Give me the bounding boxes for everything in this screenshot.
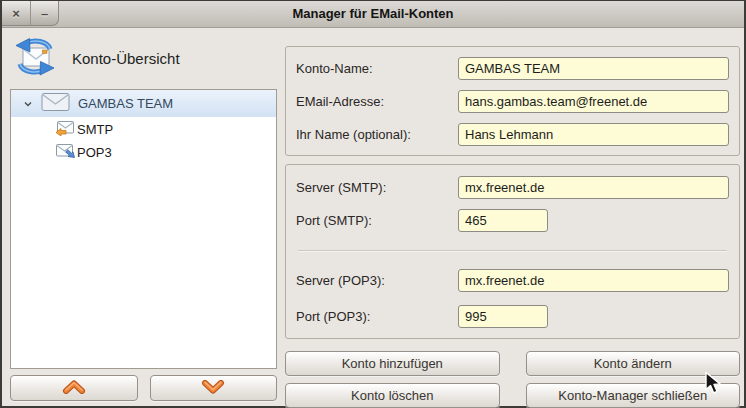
tree-item-account-root[interactable]: GAMBAS TEAM (11, 90, 276, 117)
move-up-button[interactable] (10, 375, 138, 401)
smtp-port-input[interactable] (458, 209, 548, 232)
window-title: Manager für EMail-Konten (2, 1, 744, 26)
smtp-server-label: Server (SMTP): (296, 180, 458, 195)
form-row: Server (POP3): (296, 268, 729, 292)
account-overview-heading: Konto-Übersicht (12, 37, 180, 80)
envelope-send-icon (55, 120, 75, 139)
down-chevron-icon (200, 380, 226, 397)
email-address-label: EMail-Adresse: (296, 94, 458, 109)
account-manager-window: × – Manager für EMail-Konten Konto-Übers… (0, 0, 746, 408)
envelope-icon (41, 92, 70, 115)
action-buttons: Konto hinzufügen Konto ändern Konto lösc… (285, 351, 740, 408)
form-row: Port (POP3): (296, 304, 729, 328)
tree-item-label: SMTP (77, 122, 113, 137)
tree-item-pop3[interactable]: POP3 (11, 142, 276, 163)
form-row: Ihr Name (optional): (296, 122, 729, 146)
up-chevron-icon (61, 380, 87, 397)
tree-item-label: GAMBAS TEAM (78, 96, 173, 111)
form-row: EMail-Adresse: (296, 89, 729, 113)
pop3-port-input[interactable] (458, 305, 548, 328)
delete-account-button[interactable]: Konto löschen (285, 383, 500, 408)
smtp-port-label: Port (SMTP): (296, 213, 458, 228)
form-row: Server (SMTP): (296, 175, 729, 199)
account-detail-panel: Konto-Name: EMail-Adresse: Ihr Name (opt… (285, 46, 740, 408)
tree-move-controls (10, 375, 277, 401)
pop3-server-label: Server (POP3): (296, 273, 458, 288)
server-settings-group: Server (SMTP): Port (SMTP): Server (POP3… (285, 164, 740, 339)
window-controls: × – (2, 1, 59, 26)
pop3-server-input[interactable] (458, 269, 729, 292)
form-row: Port (SMTP): (296, 208, 729, 232)
tree-item-label: POP3 (77, 145, 112, 160)
your-name-input[interactable] (458, 123, 729, 146)
account-name-label: Konto-Name: (296, 61, 458, 76)
account-info-group: Konto-Name: EMail-Adresse: Ihr Name (opt… (285, 46, 740, 156)
tree-item-smtp[interactable]: SMTP (11, 119, 276, 140)
mail-sync-icon (12, 37, 58, 80)
titlebar: × – Manager für EMail-Konten (2, 1, 744, 28)
pop3-port-label: Port (POP3): (296, 309, 458, 324)
move-down-button[interactable] (150, 375, 278, 401)
envelope-receive-icon (55, 143, 75, 162)
change-account-button[interactable]: Konto ändern (526, 351, 741, 376)
form-row: Konto-Name: (296, 56, 729, 80)
smtp-server-input[interactable] (458, 176, 729, 199)
account-tree[interactable]: GAMBAS TEAM SMTP POP3 (10, 89, 277, 369)
chevron-down-icon[interactable] (23, 99, 33, 109)
minimize-window-button[interactable]: – (30, 1, 58, 25)
your-name-label: Ihr Name (optional): (296, 127, 458, 142)
email-address-input[interactable] (458, 90, 729, 113)
smtp-pop3-separator (298, 250, 727, 252)
add-account-button[interactable]: Konto hinzufügen (285, 351, 500, 376)
account-name-input[interactable] (458, 57, 729, 80)
close-window-button[interactable]: × (2, 1, 30, 25)
close-manager-button[interactable]: Konto-Manager schließen (526, 383, 741, 408)
account-overview-label: Konto-Übersicht (72, 50, 180, 67)
